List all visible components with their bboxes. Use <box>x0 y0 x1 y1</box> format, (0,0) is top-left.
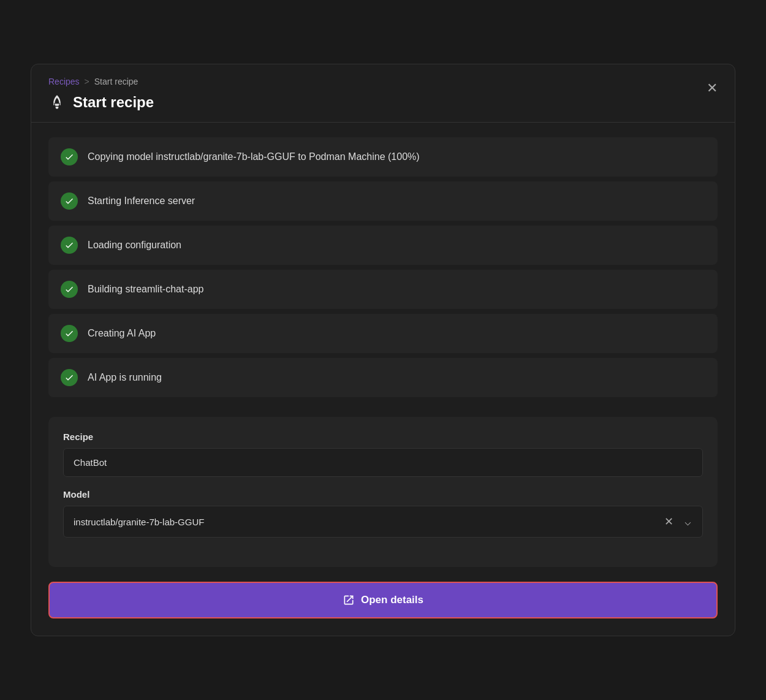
recipe-field-label: Recipe <box>63 432 703 442</box>
modal-container: Recipes > Start recipe Start recipe ✕ <box>31 64 735 636</box>
model-actions: ✕ ⌵ <box>663 515 692 528</box>
step-item: Creating AI App <box>48 314 718 353</box>
step-check-config <box>61 237 78 254</box>
step-label-build: Building streamlit-chat-app <box>88 284 203 295</box>
header-content: Recipes > Start recipe Start recipe <box>48 77 718 111</box>
rocket-icon <box>48 94 66 111</box>
step-label-config: Loading configuration <box>88 240 181 251</box>
step-item: Loading configuration <box>48 226 718 265</box>
header-title-row: Start recipe <box>48 94 718 111</box>
external-link-icon <box>343 594 355 606</box>
model-field-label: Model <box>63 489 703 500</box>
step-check-inference <box>61 192 78 210</box>
breadcrumb: Recipes > Start recipe <box>48 77 718 86</box>
step-label-running: AI App is running <box>88 372 162 383</box>
modal-body: Copying model instructlab/granite-7b-lab… <box>31 123 735 636</box>
step-item: AI App is running <box>48 358 718 397</box>
model-clear-button[interactable]: ✕ <box>663 515 675 528</box>
breadcrumb-current: Start recipe <box>94 77 138 86</box>
step-label-inference: Starting Inference server <box>88 196 195 207</box>
step-item: Starting Inference server <box>48 181 718 221</box>
step-label-create: Creating AI App <box>88 328 156 339</box>
model-field-value-box: instructlab/granite-7b-lab-GGUF ✕ ⌵ <box>63 506 703 538</box>
step-item: Copying model instructlab/granite-7b-lab… <box>48 137 718 177</box>
step-item: Building streamlit-chat-app <box>48 270 718 309</box>
recipe-field-value: ChatBot <box>63 448 703 477</box>
breadcrumb-separator: > <box>85 77 89 86</box>
model-dropdown-button[interactable]: ⌵ <box>683 515 692 528</box>
step-check-build <box>61 281 78 298</box>
step-check-create <box>61 325 78 342</box>
step-label-copy-model: Copying model instructlab/granite-7b-lab… <box>88 151 420 162</box>
open-details-button[interactable]: Open details <box>48 582 718 618</box>
close-button[interactable]: ✕ <box>704 79 720 97</box>
step-list: Copying model instructlab/granite-7b-lab… <box>48 137 718 397</box>
details-section: Recipe ChatBot Model instructlab/granite… <box>48 417 718 567</box>
modal-overlay: Recipes > Start recipe Start recipe ✕ <box>0 0 766 700</box>
model-value: instructlab/granite-7b-lab-GGUF <box>74 517 204 527</box>
breadcrumb-link[interactable]: Recipes <box>48 77 80 86</box>
step-check-copy-model <box>61 148 78 165</box>
open-details-label: Open details <box>361 594 423 606</box>
step-check-running <box>61 369 78 386</box>
page-title: Start recipe <box>73 94 154 111</box>
modal-header: Recipes > Start recipe Start recipe ✕ <box>31 64 735 123</box>
